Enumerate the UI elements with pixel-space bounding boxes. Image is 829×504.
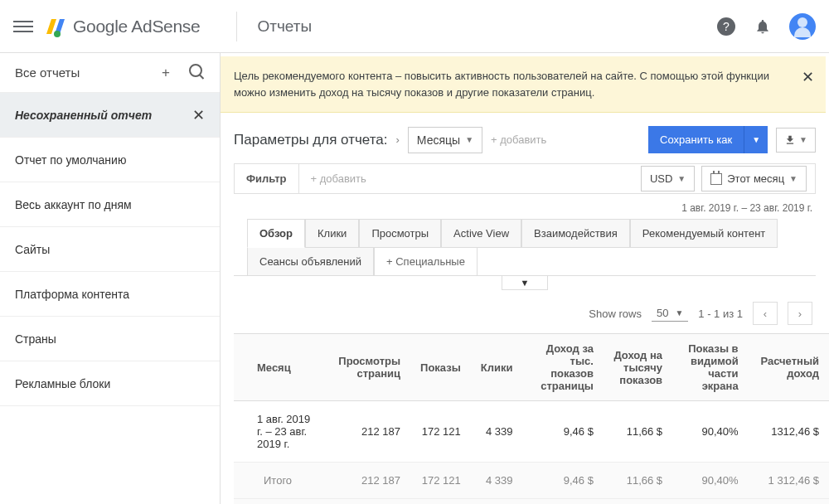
column-header[interactable]: Показы bbox=[410, 334, 471, 401]
table-pager: Show rows 50 ▼ 1 - 1 из 1 ‹ › bbox=[221, 290, 829, 333]
tab[interactable]: Клики bbox=[305, 219, 359, 248]
currency-dropdown[interactable]: USD ▼ bbox=[641, 166, 695, 191]
sidebar-item[interactable]: Несохраненный отчет✕ bbox=[0, 93, 220, 138]
sidebar-item[interactable]: Рекламные блоки bbox=[0, 361, 220, 406]
cell: – bbox=[672, 499, 749, 505]
sidebar-item-label: Платформа контента bbox=[15, 288, 129, 301]
filter-label: Фильтр bbox=[235, 164, 299, 193]
brand-text: Google AdSense bbox=[73, 17, 200, 36]
column-header[interactable]: Показы в видимой части экрана bbox=[672, 334, 749, 401]
cell: 172 121 bbox=[410, 401, 471, 463]
data-table: МесяцПросмотры страницПоказыКликиДоход з… bbox=[234, 333, 829, 504]
rows-count: 50 bbox=[657, 307, 668, 319]
date-range-text: 1 авг. 2019 г. – 23 авг. 2019 г. bbox=[221, 202, 829, 219]
brand-logo[interactable]: Google AdSense bbox=[46, 16, 200, 37]
currency-label: USD bbox=[650, 172, 672, 185]
row-label: 1 авг. 2019 г. – 23 авг. 2019 г. bbox=[234, 401, 326, 463]
sidebar-item[interactable]: Весь аккаунт по дням bbox=[0, 182, 220, 227]
dimension-dropdown[interactable]: Месяцы ▼ bbox=[408, 127, 482, 153]
column-header[interactable]: Доход на тысячу показов bbox=[604, 334, 672, 401]
help-icon[interactable]: ? bbox=[716, 17, 736, 36]
column-header[interactable]: Доход за тыс. показов страницы bbox=[523, 334, 604, 401]
svg-point-0 bbox=[54, 31, 61, 37]
calendar-icon bbox=[710, 173, 722, 185]
close-icon[interactable]: ✕ bbox=[192, 106, 205, 124]
divider bbox=[236, 12, 237, 41]
sidebar-item[interactable]: Платформа контента bbox=[0, 272, 220, 317]
column-header[interactable]: Месяц bbox=[234, 334, 326, 401]
info-banner: Цель рекомендуемого контента – повысить … bbox=[221, 56, 826, 113]
params-title: Параметры для отчета: bbox=[234, 132, 388, 148]
save-as-dropdown-button[interactable]: ▼ bbox=[744, 126, 768, 153]
tab[interactable]: Взаимодействия bbox=[521, 219, 630, 248]
sidebar-title: Все отчеты bbox=[15, 65, 80, 80]
tabs-row: ОбзорКликиПросмотрыActive ViewВзаимодейс… bbox=[247, 219, 802, 275]
add-report-icon[interactable]: + bbox=[157, 65, 175, 81]
sidebar-item[interactable]: Отчет по умолчанию bbox=[0, 138, 220, 182]
date-period-dropdown[interactable]: Этот месяц ▼ bbox=[701, 166, 807, 191]
filter-row: Фильтр + добавить USD ▼ Этот месяц ▼ bbox=[234, 163, 816, 194]
add-dimension-button[interactable]: + добавить bbox=[491, 133, 546, 146]
cell: 1 312,46 $ bbox=[749, 499, 829, 505]
add-custom-tab[interactable]: + Специальные bbox=[374, 247, 478, 276]
user-avatar[interactable] bbox=[789, 13, 816, 40]
show-rows-label: Show rows bbox=[589, 308, 642, 320]
cell: – bbox=[604, 499, 672, 505]
notifications-icon[interactable] bbox=[753, 17, 773, 36]
sidebar-item-label: Страны bbox=[15, 332, 56, 346]
dimension-label: Месяцы bbox=[417, 133, 460, 147]
adsense-logo-icon bbox=[46, 16, 68, 37]
content-area: Цель рекомендуемого контента – повысить … bbox=[221, 53, 829, 504]
sidebar-item[interactable]: Страны bbox=[0, 317, 220, 361]
row-label: Средние значения bbox=[234, 499, 326, 505]
cell: – bbox=[523, 499, 604, 505]
sidebar-item[interactable]: Сайты bbox=[0, 227, 220, 272]
cell: 11,66 $ bbox=[604, 463, 672, 499]
cell: 90,40% bbox=[672, 463, 749, 499]
sidebar-item-label: Рекламные блоки bbox=[15, 377, 110, 390]
chevron-down-icon: ▼ bbox=[675, 308, 683, 317]
cell: 9,46 $ bbox=[523, 463, 604, 499]
save-as-button[interactable]: Сохранить как bbox=[648, 126, 744, 153]
period-label: Этот месяц bbox=[727, 172, 784, 185]
download-button[interactable]: ▼ bbox=[776, 128, 816, 153]
banner-text: Цель рекомендуемого контента – повысить … bbox=[234, 70, 769, 99]
prev-page-button[interactable]: ‹ bbox=[753, 302, 778, 325]
chevron-down-icon: ▼ bbox=[677, 174, 686, 183]
cell: 212 187 bbox=[326, 499, 410, 505]
row-label: Итого bbox=[234, 463, 326, 499]
sidebar-item-label: Сайты bbox=[15, 243, 50, 256]
tab[interactable]: Просмотры bbox=[359, 219, 441, 248]
table-row: Итого212 187172 1214 3399,46 $11,66 $90,… bbox=[234, 463, 829, 499]
cell: 172 121 bbox=[410, 463, 471, 499]
sidebar-item-label: Отчет по умолчанию bbox=[15, 153, 126, 167]
cell: 212 187 bbox=[326, 463, 410, 499]
chevron-down-icon: ▼ bbox=[799, 135, 807, 144]
app-header: Google AdSense Отчеты ? bbox=[0, 0, 829, 53]
cell: 172 121 bbox=[410, 499, 471, 505]
rows-per-page-dropdown[interactable]: 50 ▼ bbox=[652, 305, 688, 322]
close-icon[interactable]: ✕ bbox=[802, 66, 814, 89]
column-header[interactable]: Просмотры страниц bbox=[326, 334, 410, 401]
sidebar: Все отчеты + Несохраненный отчет✕Отчет п… bbox=[0, 53, 221, 504]
tab[interactable]: Рекомендуемый контент bbox=[630, 219, 778, 248]
cell: 4 339 bbox=[471, 401, 523, 463]
cell: 1 312,46 $ bbox=[749, 463, 829, 499]
collapse-toggle[interactable]: ▼ bbox=[502, 276, 549, 290]
chevron-down-icon: ▼ bbox=[465, 135, 473, 144]
report-params-row: Параметры для отчета: › Месяцы ▼ + добав… bbox=[221, 121, 829, 163]
chevron-down-icon: ▼ bbox=[789, 174, 797, 183]
tab[interactable]: Сеансы объявлений bbox=[247, 247, 374, 276]
table-row: Средние значения212 187172 1214 339–––1 … bbox=[234, 499, 829, 505]
column-header[interactable]: Расчетный доход bbox=[749, 334, 829, 401]
next-page-button[interactable]: › bbox=[788, 302, 812, 325]
column-header[interactable]: Клики bbox=[471, 334, 523, 401]
tab[interactable]: Active View bbox=[441, 219, 521, 248]
sidebar-item-label: Весь аккаунт по дням bbox=[15, 198, 132, 211]
search-icon[interactable] bbox=[187, 64, 205, 81]
tab[interactable]: Обзор bbox=[247, 219, 305, 248]
hamburger-menu-icon[interactable] bbox=[13, 17, 33, 36]
sidebar-header: Все отчеты + bbox=[0, 53, 220, 93]
filter-add-input[interactable]: + добавить bbox=[299, 164, 641, 193]
page-range: 1 - 1 из 1 bbox=[698, 308, 743, 320]
